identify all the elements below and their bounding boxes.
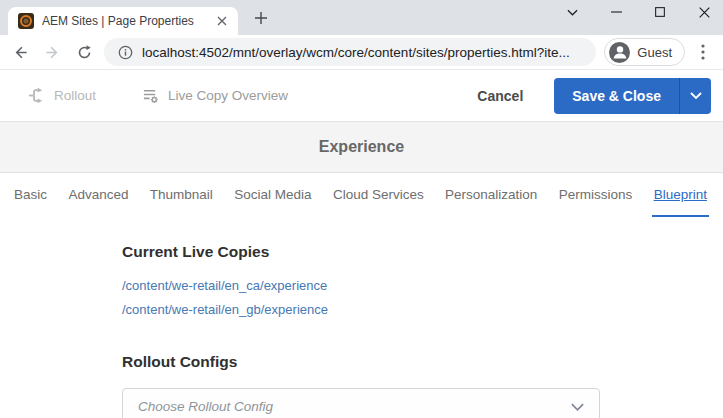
aem-action-toolbar: Rollout Live Copy Overview Cancel Save &… bbox=[0, 70, 723, 122]
tab-basic[interactable]: Basic bbox=[12, 173, 49, 217]
browser-address-bar: localhost:4502/mnt/overlay/wcm/core/cont… bbox=[0, 35, 723, 70]
page-title-band: Experience bbox=[0, 122, 723, 173]
save-close-split-button: Save & Close bbox=[554, 78, 711, 114]
live-copies-list: /content/we-retail/en_ca/experience /con… bbox=[122, 278, 723, 317]
save-close-dropdown-button[interactable] bbox=[680, 78, 711, 114]
window-minimize-icon[interactable] bbox=[607, 3, 625, 21]
properties-tab-nav: Basic Advanced Thumbnail Social Media Cl… bbox=[0, 173, 723, 217]
url-omnibox[interactable]: localhost:4502/mnt/overlay/wcm/core/cont… bbox=[104, 38, 596, 66]
live-copy-link[interactable]: /content/we-retail/en_gb/experience bbox=[122, 302, 723, 317]
tab-cloud-services[interactable]: Cloud Services bbox=[331, 173, 426, 217]
tab-advanced[interactable]: Advanced bbox=[66, 173, 130, 217]
live-copy-overview-button[interactable]: Live Copy Overview bbox=[142, 87, 288, 104]
live-copy-overview-label: Live Copy Overview bbox=[168, 88, 288, 103]
window-controls bbox=[563, 3, 713, 21]
rollout-button[interactable]: Rollout bbox=[28, 87, 96, 104]
rollout-config-select[interactable]: Choose Rollout Config bbox=[122, 388, 600, 418]
page-title: Experience bbox=[319, 138, 404, 156]
tab-close-icon[interactable] bbox=[214, 13, 230, 29]
rollout-icon bbox=[28, 87, 45, 104]
rollout-label: Rollout bbox=[54, 88, 96, 103]
cancel-button[interactable]: Cancel bbox=[477, 88, 523, 104]
tab-personalization[interactable]: Personalization bbox=[443, 173, 539, 217]
rollout-config-placeholder: Choose Rollout Config bbox=[138, 399, 273, 414]
browser-tab-strip: AEM Sites | Page Properties bbox=[0, 0, 723, 35]
select-chevron-down-icon bbox=[571, 403, 584, 411]
save-close-button[interactable]: Save & Close bbox=[554, 78, 679, 114]
window-maximize-icon[interactable] bbox=[651, 3, 669, 21]
live-copy-link[interactable]: /content/we-retail/en_ca/experience bbox=[122, 278, 723, 293]
tab-title: AEM Sites | Page Properties bbox=[42, 14, 206, 28]
window-close-icon[interactable] bbox=[695, 3, 713, 21]
forward-icon[interactable] bbox=[40, 40, 64, 64]
rollout-configs-heading: Rollout Configs bbox=[122, 353, 723, 371]
profile-button[interactable]: Guest bbox=[604, 38, 685, 66]
aem-favicon-icon bbox=[18, 13, 34, 29]
profile-label: Guest bbox=[637, 45, 672, 60]
blueprint-tab-content: Current Live Copies /content/we-retail/e… bbox=[0, 217, 723, 418]
browser-tab[interactable]: AEM Sites | Page Properties bbox=[8, 7, 238, 35]
new-tab-button[interactable] bbox=[248, 5, 274, 31]
guest-avatar-icon bbox=[609, 42, 630, 63]
page-info-icon[interactable] bbox=[118, 45, 133, 60]
browser-menu-icon[interactable] bbox=[693, 40, 713, 64]
tab-social-media[interactable]: Social Media bbox=[232, 173, 313, 217]
tab-permissions[interactable]: Permissions bbox=[557, 173, 635, 217]
tab-blueprint[interactable]: Blueprint bbox=[652, 173, 709, 217]
back-icon[interactable] bbox=[8, 40, 32, 64]
tab-thumbnail[interactable]: Thumbnail bbox=[148, 173, 215, 217]
reload-icon[interactable] bbox=[72, 40, 96, 64]
url-text[interactable]: localhost:4502/mnt/overlay/wcm/core/cont… bbox=[142, 45, 570, 60]
tab-search-chevron-icon[interactable] bbox=[563, 3, 581, 21]
live-copy-overview-icon bbox=[142, 87, 159, 104]
current-live-copies-heading: Current Live Copies bbox=[122, 243, 723, 261]
